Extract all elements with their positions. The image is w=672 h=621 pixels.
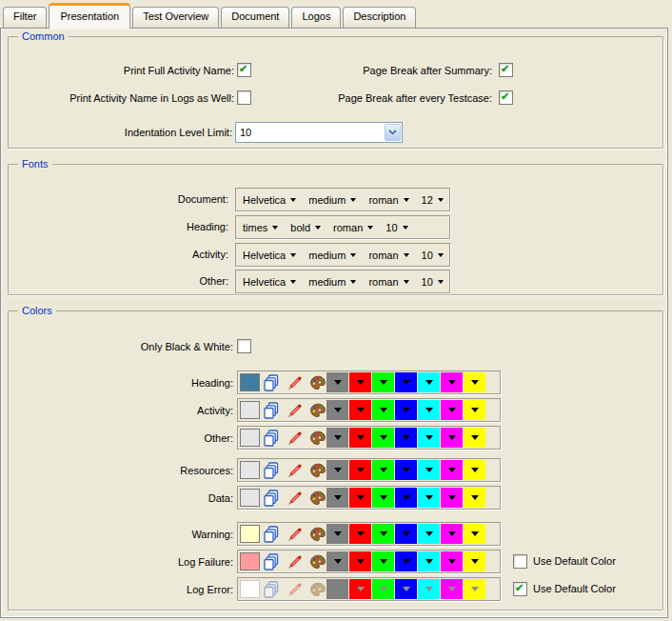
palette-icon[interactable] [309,430,326,447]
color-dropdown-blue[interactable] [395,400,417,420]
font-slant-dropdown[interactable]: roman [368,276,408,288]
font-size-dropdown[interactable]: 10 [422,276,444,288]
font-size-dropdown[interactable]: 10 [385,222,407,233]
indentation-level-combobox[interactable]: 10 [235,122,403,143]
color-dropdown-cyan[interactable] [418,460,440,480]
color-dropdown-magenta[interactable] [441,428,463,448]
eyedropper-icon[interactable] [287,526,304,543]
color-dropdown-green[interactable] [372,579,394,599]
current-color-swatch[interactable] [240,461,260,479]
color-dropdown-red[interactable] [349,551,371,571]
color-dropdown-gray[interactable] [326,460,348,480]
color-dropdown-gray[interactable] [326,551,348,571]
font-weight-dropdown[interactable]: medium [308,194,356,206]
color-dropdown-gray[interactable] [326,428,348,448]
color-dropdown-yellow[interactable] [464,372,485,392]
palette-icon[interactable] [309,374,326,391]
color-dropdown-gray[interactable] [326,579,348,599]
color-dropdown-yellow[interactable] [464,524,485,544]
tab-description[interactable]: Description [343,7,416,28]
color-dropdown-green[interactable] [372,460,394,480]
color-dropdown-yellow[interactable] [464,460,485,480]
color-dropdown-blue[interactable] [395,488,417,508]
palette-icon[interactable] [309,490,326,507]
color-dropdown-yellow[interactable] [464,551,485,571]
copy-color-icon[interactable] [264,374,281,391]
tab-filter[interactable]: Filter [3,7,47,28]
checkbox-use-default-color[interactable] [513,582,527,596]
palette-icon[interactable] [309,581,326,598]
current-color-swatch[interactable] [240,373,260,391]
color-dropdown-green[interactable] [372,428,394,448]
tab-document[interactable]: Document [221,7,289,28]
color-dropdown-yellow[interactable] [464,400,485,420]
current-color-swatch[interactable] [240,525,260,543]
font-weight-dropdown[interactable]: medium [308,250,356,261]
color-dropdown-magenta[interactable] [441,372,463,392]
current-color-swatch[interactable] [240,580,260,598]
copy-color-icon[interactable] [264,553,281,571]
font-weight-dropdown[interactable]: bold [290,222,321,233]
color-dropdown-red[interactable] [349,400,371,420]
checkbox-print-activity-name-in-logs[interactable] [237,90,251,105]
color-dropdown-green[interactable] [372,372,394,392]
color-dropdown-gray[interactable] [326,488,348,508]
tab-logos[interactable]: Logos [291,7,341,28]
font-size-dropdown[interactable]: 10 [422,250,444,261]
color-dropdown-cyan[interactable] [418,551,440,571]
eyedropper-icon[interactable] [287,374,304,391]
color-dropdown-red[interactable] [349,524,371,544]
color-dropdown-cyan[interactable] [418,428,440,448]
color-dropdown-blue[interactable] [395,524,417,544]
color-dropdown-magenta[interactable] [441,488,463,508]
font-family-dropdown[interactable]: Helvetica [243,194,296,206]
color-dropdown-cyan[interactable] [418,524,440,544]
color-dropdown-blue[interactable] [395,579,417,599]
copy-color-icon[interactable] [264,526,281,543]
eyedropper-icon[interactable] [287,490,304,507]
color-dropdown-magenta[interactable] [441,400,463,420]
color-dropdown-green[interactable] [372,551,394,571]
font-family-dropdown[interactable]: Helvetica [243,250,296,261]
font-slant-dropdown[interactable]: roman [368,194,408,206]
font-family-dropdown[interactable]: times [243,222,278,233]
copy-color-icon[interactable] [264,462,281,479]
color-dropdown-blue[interactable] [395,551,417,571]
current-color-swatch[interactable] [240,401,260,419]
palette-icon[interactable] [309,526,326,543]
checkbox-print-full-activity-name[interactable] [237,63,251,77]
current-color-swatch[interactable] [240,552,260,571]
color-dropdown-gray[interactable] [326,372,348,392]
color-dropdown-red[interactable] [349,460,371,480]
color-dropdown-yellow[interactable] [464,488,485,508]
palette-icon[interactable] [309,553,326,571]
combo-dropdown-button[interactable] [385,124,401,141]
font-slant-dropdown[interactable]: roman [333,222,373,233]
tab-test-overview[interactable]: Test Overview [132,7,219,28]
copy-color-icon[interactable] [264,490,281,507]
color-dropdown-magenta[interactable] [441,579,463,599]
current-color-swatch[interactable] [240,429,260,447]
color-dropdown-red[interactable] [349,579,371,599]
font-slant-dropdown[interactable]: roman [368,250,408,261]
copy-color-icon[interactable] [264,402,281,419]
color-dropdown-cyan[interactable] [418,372,440,392]
color-dropdown-cyan[interactable] [418,488,440,508]
color-dropdown-green[interactable] [372,488,394,508]
font-size-dropdown[interactable]: 12 [422,194,444,206]
color-dropdown-gray[interactable] [326,524,348,544]
font-family-dropdown[interactable]: Helvetica [243,276,296,288]
color-dropdown-magenta[interactable] [441,460,463,480]
checkbox-only-black-and-white[interactable] [237,339,251,353]
copy-color-icon[interactable] [264,581,281,598]
font-weight-dropdown[interactable]: medium [308,276,356,288]
color-dropdown-blue[interactable] [395,460,417,480]
checkbox-use-default-color[interactable] [513,554,527,569]
color-dropdown-magenta[interactable] [441,524,463,544]
eyedropper-icon[interactable] [287,402,304,419]
color-dropdown-yellow[interactable] [464,428,485,448]
color-dropdown-red[interactable] [349,488,371,508]
copy-color-icon[interactable] [264,430,281,447]
color-dropdown-blue[interactable] [395,372,417,392]
color-dropdown-red[interactable] [349,372,371,392]
